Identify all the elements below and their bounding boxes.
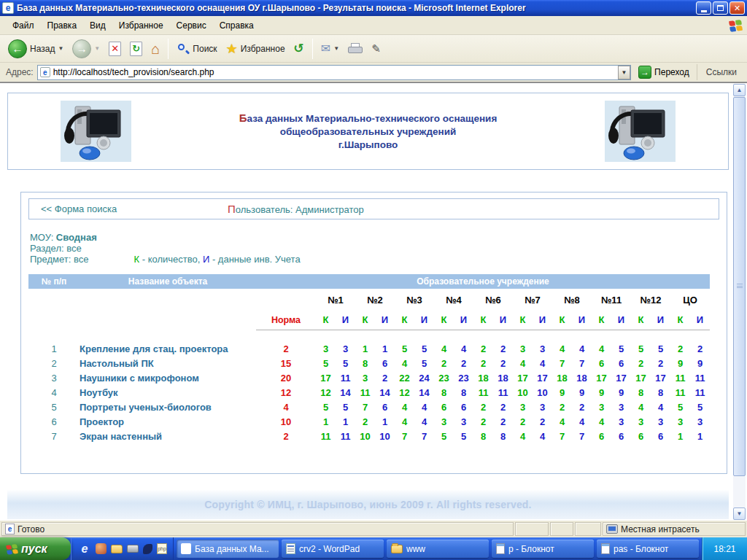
ie-quicklaunch-icon[interactable]: e [78, 542, 91, 556]
go-button[interactable]: → Переход [635, 65, 693, 79]
close-button[interactable]: ✕ [729, 1, 745, 15]
k-value: 4 [395, 356, 414, 370]
taskbar-task-button[interactable]: p - Блокнот [492, 540, 594, 558]
k-value: 8 [355, 356, 375, 370]
address-dropdown-icon[interactable]: ▼ [618, 66, 630, 79]
k-value: 2 [513, 414, 533, 429]
history-button[interactable]: ↺ [290, 39, 308, 58]
computer-graphic-left [61, 101, 131, 162]
norma-value: 4 [256, 400, 316, 414]
address-input[interactable] [53, 66, 618, 79]
search-button[interactable]: Поиск [173, 41, 220, 57]
school-label: №12 [631, 289, 670, 311]
k-value: 7 [552, 356, 572, 370]
mail-button[interactable]: ✉ ▼ [317, 40, 343, 57]
i-value: 3 [454, 414, 473, 429]
php-editor-icon[interactable]: php [157, 543, 167, 554]
i-value: 11 [690, 385, 710, 400]
school-label: №1 [316, 289, 355, 311]
search-form-link[interactable]: << Форма поиска [29, 203, 117, 214]
k-value: 8 [473, 429, 493, 443]
i-value: 2 [493, 400, 513, 414]
back-button[interactable]: ← Назад ▼ [4, 38, 67, 60]
i-value: 9 [572, 385, 592, 400]
back-label: Назад [30, 44, 55, 54]
menu-edit[interactable]: Правка [41, 18, 84, 33]
folder-quicklaunch-icon[interactable] [111, 545, 123, 553]
links-label[interactable]: Ссылки [697, 64, 744, 80]
print-button[interactable] [344, 42, 366, 56]
norma-value: 2 [256, 341, 316, 356]
stop-button[interactable]: ✕ [105, 40, 125, 58]
page-favicon: e [40, 67, 50, 77]
taskbar-task-button[interactable]: pas - Блокнот [597, 540, 699, 558]
back-dropdown-icon[interactable]: ▼ [58, 45, 63, 52]
k-value: 22 [395, 370, 414, 385]
windows-flag-icon [5, 542, 18, 554]
k-value: 8 [631, 385, 651, 400]
object-name: Наушники с микрофоном [80, 370, 256, 385]
address-bar: Адрес: e ▼ → Переход Ссылки [0, 63, 747, 82]
menu-view[interactable]: Вид [83, 18, 112, 33]
i-value: 1 [375, 341, 395, 356]
refresh-button[interactable]: ↻ [126, 40, 146, 58]
k-value: 4 [513, 429, 533, 443]
notepad-task-icon [496, 543, 505, 554]
norma-value: 12 [256, 385, 316, 400]
object-name: Портреты ученых-биологов [80, 400, 256, 414]
norma-header: Норма [256, 311, 316, 330]
k-value: 6 [592, 429, 611, 443]
taskbar-task-button[interactable]: crv2 - WordPad [282, 540, 384, 558]
clock[interactable]: 18:21 [713, 544, 735, 554]
minimize-button[interactable] [696, 1, 711, 15]
table-row: 7Экран настенный211111010775588447766661… [28, 429, 710, 443]
mail-dropdown-icon[interactable]: ▼ [333, 45, 339, 52]
forward-button[interactable]: → ▼ [69, 38, 104, 60]
object-name: Проектор [80, 414, 256, 429]
wordpad-task-icon [286, 543, 295, 554]
i-value: 11 [336, 370, 355, 385]
i-value: 2 [493, 356, 513, 370]
k-value: 1 [355, 341, 375, 356]
legend: К - количество, И - данные инв. Учета [134, 254, 301, 265]
restore-button[interactable] [713, 1, 728, 15]
drive-icon[interactable] [127, 545, 139, 553]
scroll-down-icon[interactable]: ▼ [733, 508, 746, 520]
menu-help[interactable]: Справка [213, 18, 260, 33]
k-value: 6 [434, 400, 454, 414]
msn-icon[interactable] [143, 544, 152, 554]
task-label: crv2 - WordPad [299, 544, 360, 554]
scrollbar-thumb[interactable] [733, 97, 746, 476]
menu-favorites[interactable]: Избранное [112, 18, 170, 33]
home-button[interactable]: ⌂ [147, 41, 163, 57]
edit-button[interactable]: ✎ [368, 41, 384, 57]
menu-tools[interactable]: Сервис [170, 18, 213, 33]
school-label: №2 [355, 289, 395, 311]
k-header: К [552, 311, 572, 330]
k-header: К [592, 311, 611, 330]
start-button[interactable]: пуск [0, 537, 71, 560]
scroll-up-icon[interactable]: ▲ [733, 84, 746, 96]
k-value: 4 [513, 356, 533, 370]
k-value: 4 [434, 341, 454, 356]
status-panel [575, 522, 601, 536]
table-header-band: № п/пНазвание объектаОбразовательное учр… [28, 274, 710, 289]
i-header: И [533, 311, 552, 330]
menu-file[interactable]: Файл [6, 18, 41, 33]
toolbar-separator [168, 39, 169, 59]
k-value: 17 [631, 370, 651, 385]
favorites-button[interactable]: ★ Избранное [222, 39, 289, 58]
taskbar-task-button[interactable]: База данных Ма... [177, 540, 279, 558]
taskbar-task-button[interactable]: www [387, 540, 489, 558]
media-player-icon[interactable] [96, 543, 107, 554]
quick-launch: e php [71, 537, 174, 560]
k-value: 18 [552, 370, 572, 385]
vertical-scrollbar[interactable]: ▲ ▼ [733, 84, 746, 520]
menubar: Файл Правка Вид Избранное Сервис Справка [0, 16, 747, 35]
i-header: И [493, 311, 513, 330]
k-value: 17 [316, 370, 336, 385]
i-value: 4 [651, 400, 670, 414]
k-header: К [434, 311, 454, 330]
school-label: №7 [513, 289, 552, 311]
ki-header-row: НормаКИКИКИКИКИКИКИКИКИКИ [28, 311, 710, 330]
